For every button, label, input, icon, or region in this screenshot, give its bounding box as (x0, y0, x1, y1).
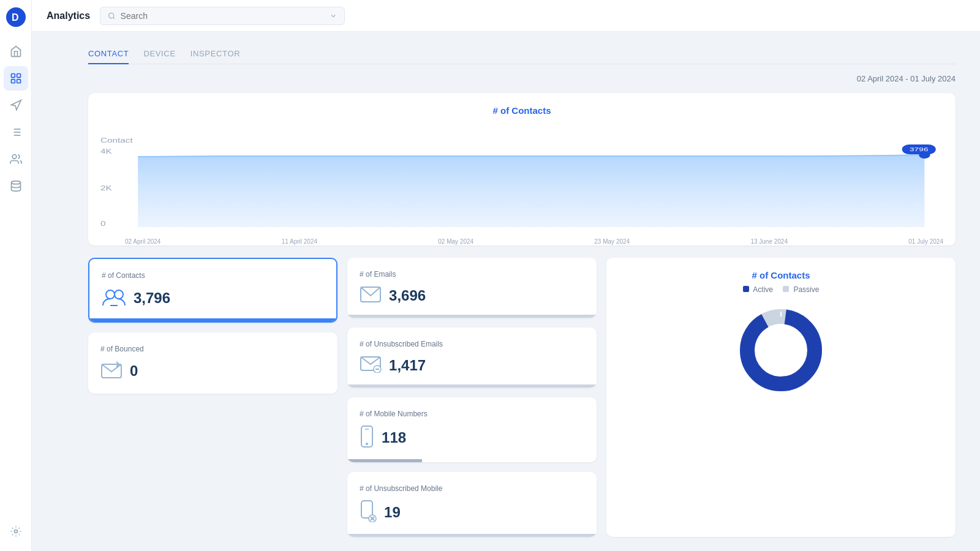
svg-text:D: D (12, 12, 19, 23)
svg-text:2K: 2K (100, 185, 112, 192)
search-icon (108, 12, 115, 20)
sidebar-item-home[interactable] (4, 39, 28, 64)
card-contacts-bar (89, 318, 336, 321)
chart-title: # of Contacts (100, 105, 943, 116)
donut-legend: Active Passive (743, 285, 820, 294)
x-label-4: 23 May 2024 (594, 238, 630, 245)
sidebar-item-analytics[interactable] (4, 66, 28, 91)
svg-rect-2 (11, 74, 15, 78)
legend-active: Active (743, 285, 773, 294)
chart-line (138, 155, 924, 157)
sidebar: D (0, 0, 32, 551)
svg-point-12 (12, 155, 17, 159)
sidebar-item-campaigns[interactable] (4, 93, 28, 118)
donut-container (732, 301, 830, 399)
x-label-6: 01 July 2024 (908, 238, 943, 245)
card-mobile-value-row: 118 (360, 425, 584, 450)
x-label-5: 13 June 2024 (750, 238, 788, 245)
chart-tooltip-value: 3796 (910, 146, 929, 152)
card-contacts: # of Contacts 3,796 (88, 258, 337, 323)
x-label-3: 02 May 2024 (438, 238, 473, 245)
unsubscribed-mobile-icon (360, 500, 377, 525)
app-title: Analytics (47, 10, 90, 21)
legend-passive-dot (783, 286, 789, 292)
tab-device[interactable]: DEVICE (143, 44, 175, 64)
svg-point-22 (115, 290, 123, 299)
card-bounced: # of Bounced 0 (88, 332, 337, 394)
card-bounced-value: 0 (130, 362, 138, 380)
middle-cards: # of Emails 3,696 # of Unsubscribed Emai… (347, 258, 597, 537)
app-logo[interactable]: D (6, 7, 26, 27)
cards-grid: # of Contacts 3,796 (88, 258, 956, 537)
card-emails: # of Emails 3,696 (347, 258, 597, 318)
date-start: 02 April 2024 (857, 74, 903, 83)
tabs: CONTACT DEVICE INSPECTOR (88, 44, 956, 64)
card-unsubscribed-mobile-value-row: 19 (360, 500, 584, 525)
chart-area: Contact 4K 2K 0 3796 02 April 2024 11 Ap… (100, 123, 943, 233)
card-unsubscribed-emails-bar (347, 384, 597, 388)
left-cards: # of Contacts 3,796 (88, 258, 337, 537)
svg-point-31 (366, 443, 368, 445)
card-unsubscribed-mobile-label: # of Unsubscribed Mobile (360, 484, 584, 493)
x-label-2: 11 April 2024 (282, 238, 317, 245)
card-bounced-label: # of Bounced (100, 345, 325, 353)
search-input[interactable] (121, 11, 325, 21)
chart-svg: Contact 4K 2K 0 3796 (100, 135, 943, 233)
unsubscribed-email-icon (360, 356, 382, 375)
card-unsubscribed-emails: # of Unsubscribed Emails 1,417 (347, 328, 597, 388)
sidebar-item-contacts[interactable] (4, 147, 28, 171)
svg-point-21 (106, 290, 115, 299)
card-emails-value-row: 3,696 (360, 286, 584, 305)
svg-point-15 (109, 13, 114, 18)
legend-active-dot (743, 286, 749, 292)
bounced-icon (100, 361, 123, 381)
sidebar-item-settings[interactable] (4, 519, 28, 544)
donut-title: # of Contacts (619, 270, 943, 280)
sidebar-item-lists[interactable] (4, 120, 28, 144)
svg-text:4K: 4K (100, 148, 112, 156)
svg-point-14 (14, 530, 17, 533)
contacts-icon (102, 287, 126, 309)
x-axis-labels: 02 April 2024 11 April 2024 02 May 2024 … (100, 238, 943, 245)
svg-point-13 (11, 181, 20, 184)
topbar: Analytics (32, 0, 980, 32)
sidebar-item-database[interactable] (4, 174, 28, 198)
chart-area-fill (138, 155, 924, 227)
donut-active-arc (747, 317, 815, 384)
tab-contact[interactable]: CONTACT (88, 44, 129, 64)
donut-card: # of Contacts Active Passive (606, 258, 956, 537)
card-unsubscribed-emails-value: 1,417 (389, 357, 426, 374)
card-bounced-value-row: 0 (100, 361, 325, 381)
search-chevron-icon (330, 12, 337, 20)
contacts-chart-card: # of Contacts Contact 4K 2K 0 (88, 93, 956, 246)
card-emails-label: # of Emails (360, 270, 584, 279)
x-label-1: 02 April 2024 (125, 238, 160, 245)
legend-passive: Passive (783, 285, 819, 294)
svg-rect-4 (11, 80, 15, 83)
card-unsubscribed-emails-value-row: 1,417 (360, 356, 584, 375)
card-emails-value: 3,696 (389, 287, 426, 304)
svg-line-16 (113, 17, 115, 18)
date-end: 01 July 2024 (910, 74, 956, 83)
search-bar[interactable] (100, 7, 345, 25)
card-unsubscribed-mobile-value: 19 (384, 504, 401, 521)
email-icon (360, 286, 382, 305)
mobile-icon (360, 425, 374, 450)
main-content: CONTACT DEVICE INSPECTOR 02 April 2024 -… (64, 32, 980, 551)
svg-rect-5 (17, 80, 20, 83)
card-mobile-bar (347, 459, 422, 462)
donut-svg (732, 301, 830, 399)
card-mobile-value: 118 (382, 429, 406, 446)
card-emails-bar (347, 315, 597, 318)
svg-rect-3 (17, 74, 20, 78)
tab-inspector[interactable]: INSPECTOR (190, 44, 240, 64)
card-unsubscribed-mobile: # of Unsubscribed Mobile 19 (347, 472, 597, 537)
card-contacts-value-row: 3,796 (102, 287, 324, 309)
card-mobile-label: # of Mobile Numbers (360, 410, 584, 418)
svg-text:Contact: Contact (100, 137, 133, 144)
card-unsubscribed-emails-label: # of Unsubscribed Emails (360, 340, 584, 348)
card-mobile: # of Mobile Numbers 118 (347, 397, 597, 462)
sidebar-bottom (4, 519, 28, 544)
svg-text:0: 0 (100, 220, 106, 228)
card-unsubscribed-mobile-bar (347, 534, 597, 537)
